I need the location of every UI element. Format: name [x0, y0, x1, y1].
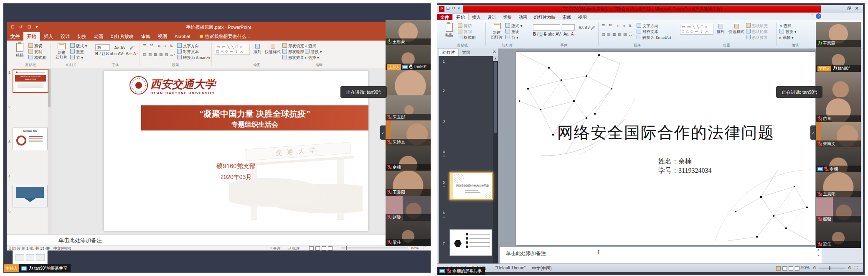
- mic-muted-icon: [817, 217, 822, 222]
- view-buttons[interactable]: [309, 246, 334, 250]
- participant-tile[interactable]: 主持人tan90°: [816, 47, 861, 72]
- help-icon[interactable]: ?: [816, 13, 821, 19]
- left-notes-pane[interactable]: 单击此处添加备注: [7, 234, 431, 245]
- left-thumbnail-panel: [7, 68, 51, 234]
- tab-home[interactable]: 开始: [23, 32, 40, 41]
- save-icon[interactable]: ⊟: [446, 6, 449, 10]
- zoom-slider[interactable]: [341, 248, 408, 248]
- participant-tile[interactable]: 梁佳: [816, 222, 861, 248]
- participant-tile[interactable]: 苗青: [816, 97, 861, 123]
- tab-transitions[interactable]: 切换: [74, 32, 90, 41]
- zoom-slider[interactable]: [819, 268, 845, 268]
- tab-acrobat[interactable]: Acrobat: [171, 32, 194, 41]
- participant-tile[interactable]: 王思蒙: [816, 22, 861, 47]
- mic-muted-icon: [447, 268, 451, 273]
- slide-author-id[interactable]: 学号：3119324034: [658, 166, 711, 175]
- notes-toggle[interactable]: ≡ 备注: [270, 246, 281, 251]
- language-indicator[interactable]: 中文(中国): [53, 246, 71, 251]
- qat-dropdown-icon[interactable]: ▾: [458, 6, 460, 10]
- participant-tile[interactable]: 余楠: [816, 147, 861, 173]
- notes-scrollbar[interactable]: ▲▼: [816, 248, 821, 257]
- animation-indicator: ✶: [443, 155, 445, 158]
- participant-tile[interactable]: 赵璇: [816, 197, 861, 223]
- close-icon[interactable]: ✕: [855, 6, 859, 11]
- tab-insert[interactable]: 插入: [40, 32, 57, 41]
- zoom-level[interactable]: 83%: [411, 246, 419, 250]
- slide-footer-1: 硕9160党支部: [192, 162, 280, 170]
- collapse-strip-chevron[interactable]: ›: [810, 125, 816, 140]
- tab-slideshow[interactable]: 幻灯片放映: [107, 32, 137, 41]
- participant-tile[interactable]: 王晨阳: [386, 171, 431, 196]
- left-title-bar[interactable]: ⊟ ↺ ⊡ ▾ 手绘模板原版.pptx - PowerPoint: [7, 22, 431, 32]
- participant-tile[interactable]: 王思蒙: [386, 20, 431, 46]
- host-badge: 主持人: [387, 64, 401, 70]
- tab-file[interactable]: 文件: [7, 32, 23, 41]
- tab-animations[interactable]: 动画: [90, 32, 107, 41]
- participant-tile[interactable]: 余楠: [386, 146, 431, 171]
- mic-on-icon: [387, 39, 391, 44]
- zoom-level[interactable]: 90%: [801, 266, 810, 270]
- participant-tile[interactable]: 朱博文: [816, 122, 861, 148]
- slide-thumbnail-3[interactable]: [13, 185, 48, 207]
- left-slide-canvas[interactable]: 西安交通大学 XI'AN JIAOTONG UNIVERSITY “凝聚中国力量…: [104, 71, 368, 231]
- host-badge: 主持人: [817, 66, 831, 72]
- slide-thumbnail-2[interactable]: [449, 229, 492, 256]
- participant-tile[interactable]: 朱玉彤: [386, 95, 431, 121]
- right-title-bar[interactable]: P ⊟ ↺ ▾ 3119324034-余楠-网络安全国际合作的法律问题 - Mi…: [437, 5, 863, 13]
- maximize-icon[interactable]: 🗗: [847, 6, 851, 11]
- qat-dropdown-icon[interactable]: ▾: [36, 22, 38, 32]
- right-panel-tabs: 幻灯片大纲 ✕: [439, 49, 498, 56]
- slide-author-name[interactable]: 姓名：余楠: [658, 157, 692, 166]
- right-panel-scrollbar[interactable]: ▲: [493, 56, 498, 265]
- right-status-bar: 幻灯片 第 1 张, 共 34 张 "Default Theme" 中文(中国)…: [437, 263, 863, 272]
- fit-window-icon[interactable]: ⛶: [855, 266, 858, 271]
- animation-indicator: ✶: [443, 216, 445, 219]
- undo-icon[interactable]: ↺: [19, 22, 23, 32]
- collapse-strip-chevron[interactable]: ›: [380, 125, 386, 140]
- tab-view[interactable]: 视图: [154, 32, 171, 41]
- tab-design[interactable]: 设计: [57, 32, 74, 41]
- panel-tab-slides[interactable]: 幻灯片: [439, 49, 459, 56]
- view-buttons[interactable]: [776, 266, 801, 271]
- slide-thumbnail-2[interactable]: Contents Title: [13, 128, 48, 150]
- participant-tile[interactable]: 主持人tan90°: [386, 45, 431, 71]
- mic-on-icon: [817, 41, 822, 46]
- notes-placeholder: 单击此处添加备注: [506, 250, 822, 257]
- slide-thumbnail-1[interactable]: 凝聚中国力量 决胜全球抗疫专题组织生活会: [13, 69, 48, 93]
- fit-window-icon[interactable]: ⛶: [424, 246, 426, 250]
- tab-review[interactable]: 审阅: [137, 32, 154, 41]
- language-indicator[interactable]: 中文(中国): [532, 266, 552, 271]
- minimize-ribbon-icon[interactable]: ⌃: [810, 14, 814, 18]
- participant-tile[interactable]: 梁佳: [386, 221, 431, 246]
- participant-tile[interactable]: 朱博文: [386, 120, 431, 146]
- text-cursor: I: [598, 249, 600, 256]
- undo-icon[interactable]: ↺: [452, 6, 455, 10]
- participant-tile[interactable]: [386, 70, 431, 96]
- participant-tile[interactable]: [816, 72, 861, 97]
- save-icon[interactable]: ⊟: [11, 22, 14, 32]
- mic-muted-icon: [824, 166, 828, 171]
- redo-icon[interactable]: ⊡: [28, 22, 31, 32]
- thumbnail-scrollbar[interactable]: [48, 68, 51, 234]
- group-clipboard-label: 剪贴板: [13, 63, 48, 68]
- left-window-title: 手绘模板原版.pptx - PowerPoint: [7, 22, 431, 32]
- spellcheck-icon[interactable]: 🗈: [47, 246, 51, 250]
- slide-thumbnail-1[interactable]: 网络安全国际合作的法律问题: [449, 172, 493, 200]
- banner-line2: 专题组织生活会: [141, 120, 368, 129]
- participant-tile[interactable]: 王晨阳: [816, 172, 861, 198]
- comments-toggle[interactable]: 🗩 批注: [287, 246, 300, 251]
- share-label: 余楠的屏幕共享: [452, 268, 482, 274]
- group-editing-label: 编辑: [776, 43, 815, 48]
- network-art-bottom-right: [711, 161, 815, 245]
- close-panel-icon[interactable]: ✕: [493, 49, 496, 54]
- theme-indicator[interactable]: "Default Theme": [495, 266, 526, 270]
- zoom-in-icon[interactable]: ⊕: [848, 266, 851, 270]
- group-clipboard-label: 剪贴板: [440, 43, 485, 48]
- participant-tile[interactable]: 赵璇: [386, 196, 431, 221]
- tell-me-box[interactable]: 告诉我您想要做什么...: [196, 32, 254, 41]
- right-notes-pane[interactable]: 单击此处添加备注 I ▲▼: [500, 247, 822, 264]
- zoom-out-icon[interactable]: ⊖: [813, 266, 816, 270]
- slide-title[interactable]: 网络安全国际合作的法律问题: [530, 122, 802, 143]
- panel-tab-outline[interactable]: 大纲: [459, 49, 474, 56]
- right-slide-canvas[interactable]: 网络安全国际合作的法律问题 姓名：余楠 学号：3119324034: [516, 52, 815, 245]
